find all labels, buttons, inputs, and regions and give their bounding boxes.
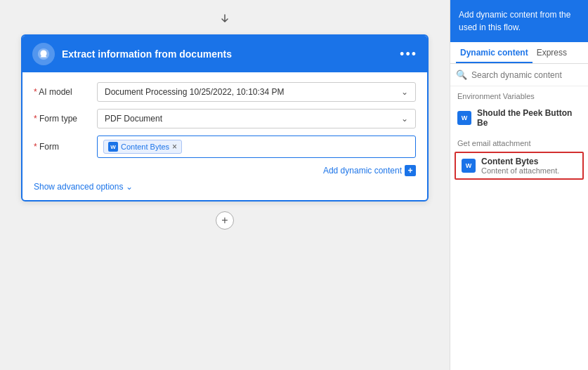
form-label: * Form: [34, 142, 97, 152]
content-bytes-item[interactable]: W Content Bytes Content of attachment.: [455, 152, 584, 180]
card-header-left: Extract information from documents: [32, 43, 232, 65]
show-advanced-chevron-icon: ⌄: [126, 182, 133, 192]
ai-model-chevron-icon: ⌄: [401, 87, 408, 97]
panel-tabs: Dynamic content Express: [450, 42, 588, 64]
search-input[interactable]: [471, 70, 582, 80]
form-type-row: * Form type PDF Document ⌄: [34, 109, 416, 128]
panel-search-area: 🔍: [450, 64, 588, 86]
peek-button-icon: W: [457, 111, 471, 125]
add-dynamic-row: Add dynamic content +: [34, 165, 416, 176]
card-icon-circle: [32, 43, 55, 65]
content-bytes-label: Content Bytes: [481, 157, 559, 166]
tab-expression[interactable]: Express: [533, 42, 571, 63]
ai-model-label: * AI model: [34, 87, 97, 97]
peek-button-content: Should the Peek Button Be: [477, 108, 581, 128]
content-bytes-tag[interactable]: W Content Bytes ×: [103, 140, 182, 154]
extract-info-card: Extract information from documents ••• *…: [21, 34, 429, 201]
tab-dynamic-content[interactable]: Dynamic content: [456, 42, 533, 63]
card-menu-button[interactable]: •••: [400, 47, 417, 62]
card-body: * AI model Document Processing 10/25/202…: [22, 72, 427, 200]
add-dynamic-content-link[interactable]: Add dynamic content +: [323, 165, 416, 176]
peek-button-item[interactable]: W Should the Peek Button Be: [450, 103, 588, 133]
ai-model-select[interactable]: Document Processing 10/25/2022, 10:10:34…: [97, 82, 416, 102]
tag-close-button[interactable]: ×: [172, 143, 177, 151]
form-type-select[interactable]: PDF Document ⌄: [97, 109, 416, 128]
content-bytes-icon: W: [462, 159, 476, 173]
panel-banner: Add dynamic content from the used in thi…: [450, 0, 588, 42]
card-title: Extract information from documents: [62, 48, 232, 60]
ai-model-row: * AI model Document Processing 10/25/202…: [34, 82, 416, 102]
form-tag-area[interactable]: W Content Bytes ×: [97, 136, 416, 158]
peek-button-label: Should the Peek Button Be: [477, 108, 581, 128]
section-label-email-attachment: Get email attachment: [450, 133, 588, 150]
add-dynamic-plus-icon: +: [405, 165, 416, 176]
search-icon: 🔍: [456, 70, 467, 80]
main-area: Extract information from documents ••• *…: [0, 0, 450, 370]
content-bytes-sub-label: Content of attachment.: [481, 166, 559, 175]
flow-arrow-down: [218, 13, 231, 29]
form-type-label: * Form type: [34, 114, 97, 124]
section-label-env-vars: Environment Variables: [450, 86, 588, 103]
card-header: Extract information from documents •••: [22, 36, 427, 72]
show-advanced-options[interactable]: Show advanced options ⌄: [34, 182, 416, 192]
dynamic-content-panel: Add dynamic content from the used in thi…: [450, 0, 588, 370]
add-step-button[interactable]: +: [216, 211, 234, 230]
form-row: * Form W Content Bytes ×: [34, 136, 416, 158]
tag-word-icon: W: [108, 142, 118, 152]
content-bytes-content: Content Bytes Content of attachment.: [481, 157, 559, 175]
form-type-chevron-icon: ⌄: [401, 114, 408, 124]
